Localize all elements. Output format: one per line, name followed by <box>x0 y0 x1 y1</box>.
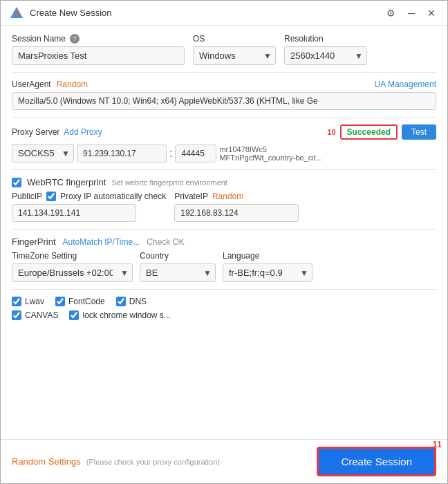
canvas-label: CANVAS <box>25 310 58 320</box>
session-name-info-icon[interactable]: ? <box>70 34 80 44</box>
top-fields-row: Session Name ? OS Windows macOS Linux ▼ … <box>12 34 436 65</box>
country-select-wrapper: BE ▼ <box>140 263 216 282</box>
language-select-wrapper: fr-BE;fr;q=0.9 ▼ <box>223 263 312 282</box>
proxy-top-right: 10 Succeeded Test <box>326 124 436 140</box>
proxy-success-badge: Succeeded <box>340 124 398 140</box>
canvas-checkbox-item: CANVAS <box>12 310 58 320</box>
window-title: Create New Session <box>30 8 112 18</box>
ua-label-row: UserAgent Random UA Management <box>12 80 436 89</box>
divider-3 <box>12 169 436 170</box>
divider-5 <box>12 289 436 290</box>
proxy-right-area: 10 Succeeded Test <box>326 124 436 140</box>
test-proxy-button[interactable]: Test <box>402 124 436 140</box>
ua-random-link[interactable]: Random <box>57 80 88 89</box>
public-ip-label: PublicIP <box>12 192 42 201</box>
title-bar-left: Create New Session <box>9 6 112 21</box>
timezone-field: TimeZone Setting Europe/Brussels +02:00 … <box>12 251 133 282</box>
canvas-checkbox[interactable] <box>12 310 21 320</box>
language-field: Language fr-BE;fr;q=0.9 ▼ <box>223 251 312 282</box>
timezone-label: TimeZone Setting <box>12 251 133 261</box>
country-select[interactable]: BE <box>140 263 216 282</box>
lwav-label: Lwav <box>25 297 44 306</box>
divider-2 <box>12 117 436 118</box>
os-label: OS <box>193 34 276 44</box>
session-name-label: Session Name <box>12 34 66 44</box>
resolution-select[interactable]: 2560x1440 1920x1080 1366x768 <box>284 46 367 65</box>
lwav-checkbox[interactable] <box>12 297 21 306</box>
fingerprint-label-row: FingerPrint AutoMatch IP/Time... Check O… <box>12 236 436 247</box>
os-group: OS Windows macOS Linux ▼ <box>193 34 276 65</box>
proxy-auto-checkbox[interactable] <box>46 192 56 201</box>
lockchrome-checkbox-item: lock chrome window s... <box>69 310 170 320</box>
fontcode-checkbox[interactable] <box>55 297 65 306</box>
lwav-checkbox-item: Lwav <box>12 297 44 306</box>
form-content: Session Name ? OS Windows macOS Linux ▼ … <box>1 26 447 439</box>
checkboxes-row-1: Lwav FontCode DNS <box>12 297 436 306</box>
private-ip-col: PrivateIP Random <box>174 192 299 222</box>
proxy-server-label: Proxy Server <box>12 127 59 137</box>
dns-checkbox-item: DNS <box>116 297 147 306</box>
os-select-wrapper: Windows macOS Linux ▼ <box>193 46 276 65</box>
proxy-inputs-row: SOCKS5 HTTP HTTPS ▼ : mr10478IWc5 MFTnPg… <box>12 144 436 162</box>
resolution-label: Resolution <box>284 34 367 44</box>
lockchrome-label: lock chrome window s... <box>82 310 170 320</box>
lockchrome-checkbox[interactable] <box>69 310 79 320</box>
timezone-select[interactable]: Europe/Brussels +02:00 <box>12 263 133 282</box>
private-ip-random-link[interactable]: Random <box>212 192 243 201</box>
private-ip-input[interactable] <box>174 204 299 222</box>
title-bar: Create New Session ⚙ ─ ✕ <box>1 1 447 26</box>
close-button[interactable]: ✕ <box>424 6 439 20</box>
proxy-ip-input[interactable] <box>77 145 167 162</box>
ua-label: UserAgent <box>12 80 51 89</box>
country-label: Country <box>140 251 216 261</box>
fontcode-checkbox-item: FontCode <box>55 297 105 306</box>
country-field: Country BE ▼ <box>140 251 216 282</box>
webrtc-description: Set webrtc fingerprint environment <box>111 178 227 187</box>
public-ip-label-row: PublicIP Proxy IP automatically check <box>12 192 166 201</box>
resolution-select-wrapper: 2560x1440 1920x1080 1366x768 ▼ <box>284 46 367 65</box>
divider-4 <box>12 229 436 230</box>
app-logo <box>9 6 24 21</box>
proxy-port-input[interactable] <box>175 145 216 162</box>
checkboxes-row-2: CANVAS lock chrome window s... <box>12 310 436 320</box>
create-btn-wrapper: 11 Create Session <box>317 447 436 476</box>
ua-select[interactable]: Mozilla/5.0 (Windows NT 10.0; Win64; x64… <box>12 92 436 110</box>
proxy-cred1: mr10478IWc5 <box>219 145 322 153</box>
add-proxy-link[interactable]: Add Proxy <box>64 127 102 137</box>
resolution-group: Resolution 2560x1440 1920x1080 1366x768 … <box>284 34 367 65</box>
language-select[interactable]: fr-BE;fr;q=0.9 <box>223 263 312 282</box>
fingerprint-label: FingerPrint <box>12 236 56 247</box>
language-label: Language <box>223 251 312 261</box>
webrtc-row: WebRTC fingerprint Set webrtc fingerprin… <box>12 177 436 187</box>
ua-left: UserAgent Random <box>12 80 88 89</box>
proxy-type-wrapper: SOCKS5 HTTP HTTPS ▼ <box>12 144 74 162</box>
timezone-country-lang-row: TimeZone Setting Europe/Brussels +02:00 … <box>12 251 436 282</box>
fontcode-label: FontCode <box>68 297 105 306</box>
proxy-creds: mr10478IWc5 MFTnPgcfWt_country-be_cit... <box>219 145 322 162</box>
settings-button[interactable]: ⚙ <box>383 6 399 20</box>
ua-input-wrapper: Mozilla/5.0 (Windows NT 10.0; Win64; x64… <box>12 92 436 110</box>
os-select[interactable]: Windows macOS Linux <box>193 46 276 65</box>
footer-random-label[interactable]: Random Settings <box>12 456 81 467</box>
create-btn-number-badge: 11 <box>433 440 442 449</box>
ua-management-link[interactable]: UA Management <box>375 80 436 89</box>
public-ip-input[interactable] <box>12 204 136 222</box>
title-bar-controls: ⚙ ─ ✕ <box>383 6 439 20</box>
dns-checkbox[interactable] <box>116 297 126 306</box>
minimize-button[interactable]: ─ <box>404 6 418 20</box>
proxy-cred2: MFTnPgcfWt_country-be_cit... <box>219 153 322 162</box>
webrtc-label: WebRTC fingerprint <box>27 177 106 187</box>
footer-bar: Random Settings (Please check your proxy… <box>1 439 447 483</box>
checkOK-text: Check OK <box>147 237 185 247</box>
proxy-colon: : <box>169 147 172 160</box>
session-name-group: Session Name ? <box>12 34 185 65</box>
private-ip-label: PrivateIP <box>174 192 208 201</box>
proxy-auto-label: Proxy IP automatically check <box>60 192 166 201</box>
automatch-link[interactable]: AutoMatch IP/Time... <box>63 237 140 247</box>
public-ip-col: PublicIP Proxy IP automatically check <box>12 192 166 222</box>
session-name-input[interactable] <box>12 46 185 65</box>
create-session-button[interactable]: Create Session <box>317 447 436 476</box>
webrtc-checkbox[interactable] <box>12 178 21 187</box>
proxy-type-select[interactable]: SOCKS5 HTTP HTTPS <box>12 144 74 162</box>
proxy-label-row: Proxy Server Add Proxy 10 Succeeded Test <box>12 124 436 140</box>
